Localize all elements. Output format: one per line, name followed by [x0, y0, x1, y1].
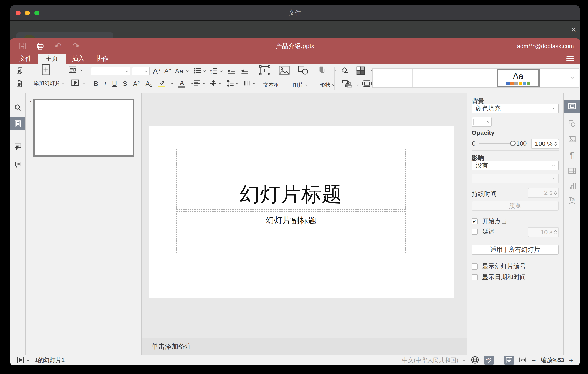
textart-settings-icon[interactable]: Ta	[564, 194, 580, 207]
notes-area[interactable]: 单击添加备注	[142, 338, 467, 355]
tab-collaboration[interactable]: 协作	[90, 54, 114, 64]
superscript-button[interactable]: A²	[133, 80, 140, 88]
increase-font-size-button[interactable]: A▲	[153, 67, 161, 76]
decrease-indent-icon[interactable]	[227, 67, 235, 75]
chevron-down-icon[interactable]	[80, 68, 83, 71]
close-icon[interactable]: ×	[568, 24, 579, 35]
paragraph-settings-icon[interactable]: ¶	[564, 149, 580, 162]
comments-icon[interactable]	[10, 140, 25, 153]
chevron-down-icon[interactable]	[253, 82, 255, 84]
bold-button[interactable]: B	[93, 80, 98, 88]
tab-file[interactable]: 文件	[13, 54, 38, 64]
start-slideshow-icon[interactable]	[71, 79, 80, 88]
title-placeholder[interactable]: 幻灯片标题	[177, 149, 406, 210]
theme-item[interactable]	[413, 69, 455, 88]
chart-settings-icon[interactable]	[564, 180, 580, 192]
columns-icon[interactable]	[243, 80, 251, 88]
spellcheck-icon[interactable]: ABC	[484, 356, 494, 365]
slides-panel-icon[interactable]	[10, 117, 25, 130]
fill-color-picker[interactable]	[472, 117, 492, 127]
insert-textbox-icon[interactable]: T	[259, 65, 271, 77]
theme-item[interactable]	[373, 69, 413, 88]
show-slide-number-checkbox[interactable]	[472, 264, 478, 270]
highlight-color-icon[interactable]	[158, 80, 165, 88]
chevron-down-icon[interactable]	[190, 82, 193, 84]
theme-item-selected[interactable]: Aa	[497, 69, 539, 88]
subtitle-placeholder[interactable]: 幻灯片副标题	[177, 211, 406, 253]
insert-shape-button[interactable]: 形状	[315, 81, 339, 88]
horizontal-align-icon[interactable]	[193, 80, 201, 88]
zoom-in-button[interactable]: +	[569, 357, 574, 364]
show-slide-number-row[interactable]: 显示幻灯片编号	[472, 262, 558, 271]
add-slide-button[interactable]: 添加幻灯片	[33, 80, 64, 87]
insert-image-icon[interactable]	[278, 65, 290, 76]
fit-to-width-icon[interactable]	[519, 357, 526, 364]
slide-canvas[interactable]: 幻灯片标题 幻灯片副标题	[149, 126, 454, 298]
tab-insert[interactable]: 插入	[66, 54, 90, 64]
chevron-down-icon[interactable]	[170, 82, 173, 84]
shape-fill-icon[interactable]	[356, 66, 366, 77]
slide-settings-icon[interactable]	[564, 100, 580, 112]
chevron-down-icon[interactable]	[27, 359, 29, 361]
start-slideshow-status-icon[interactable]	[17, 356, 24, 364]
subscript-button[interactable]: A₂	[146, 80, 153, 88]
italic-button[interactable]: I	[104, 80, 106, 88]
show-date-time-row[interactable]: 显示日期和时间	[472, 273, 558, 281]
zoom-level[interactable]: 缩放%53	[541, 356, 564, 364]
chevron-up-icon[interactable]	[463, 360, 465, 362]
numbered-list-icon[interactable]: 1 2 3	[210, 67, 218, 75]
background-fill-select[interactable]: 颜色填充	[472, 104, 558, 113]
document-language-button[interactable]: 中文(中华人民共和国)	[402, 356, 458, 364]
change-case-button[interactable]: Aa	[175, 67, 183, 75]
theme-item[interactable]	[539, 69, 566, 88]
font-color-icon[interactable]: A	[178, 80, 185, 88]
table-settings-icon[interactable]	[564, 165, 580, 177]
insert-textbox-button[interactable]: 文本框	[259, 81, 284, 88]
font-size-select[interactable]	[132, 67, 150, 75]
image-settings-icon[interactable]	[564, 133, 580, 145]
spellcheck-language-icon[interactable]	[471, 356, 479, 365]
theme-gallery-expand-button[interactable]	[566, 69, 579, 88]
theme-item[interactable]	[455, 69, 497, 88]
chevron-down-icon[interactable]	[220, 69, 222, 72]
strikethrough-button[interactable]: S	[123, 80, 127, 88]
insert-shape-icon[interactable]	[298, 65, 309, 76]
increase-indent-icon[interactable]	[241, 67, 249, 75]
start-on-click-checkbox[interactable]: ✓	[472, 218, 478, 224]
decrease-font-size-button[interactable]: A▼	[164, 67, 172, 75]
start-on-click-row[interactable]: ✓ 开始点击	[472, 217, 558, 225]
delay-checkbox[interactable]	[472, 229, 478, 235]
clear-style-icon[interactable]	[341, 67, 350, 76]
effect-select[interactable]: 没有	[472, 161, 558, 170]
search-icon[interactable]	[10, 101, 25, 114]
underline-button[interactable]: U	[112, 80, 117, 88]
copy-style-icon[interactable]	[342, 79, 350, 89]
slide-size-icon[interactable]	[362, 79, 372, 89]
line-spacing-icon[interactable]	[227, 80, 234, 88]
fit-to-slide-icon[interactable]	[504, 356, 514, 365]
vertical-align-icon[interactable]	[210, 80, 217, 88]
chevron-down-icon[interactable]	[219, 82, 221, 84]
slider-knob[interactable]	[510, 141, 516, 146]
chat-icon[interactable]	[10, 157, 25, 170]
copy-icon[interactable]	[16, 67, 23, 75]
view-settings-icon[interactable]	[566, 55, 574, 62]
slide-number-status[interactable]: 1的幻灯片1	[35, 356, 64, 364]
opacity-spinner[interactable]: 100 %	[531, 139, 559, 149]
chevron-down-icon[interactable]	[203, 69, 206, 72]
chevron-down-icon[interactable]	[186, 69, 188, 72]
chevron-down-icon[interactable]	[83, 81, 85, 84]
chevron-down-icon[interactable]	[236, 82, 238, 84]
font-name-select[interactable]	[91, 67, 130, 75]
apply-to-all-slides-button[interactable]: 适用于所有幻灯片	[472, 245, 558, 254]
show-date-time-checkbox[interactable]	[472, 274, 478, 280]
arrange-objects-icon[interactable]	[318, 66, 327, 76]
chevron-down-icon[interactable]	[203, 82, 205, 84]
bullet-list-icon[interactable]	[193, 67, 201, 75]
opacity-slider[interactable]: 0 100	[472, 140, 526, 147]
add-slide-icon[interactable]	[41, 64, 51, 77]
slide-thumbnail[interactable]	[33, 99, 134, 157]
tab-home[interactable]: 主页	[38, 54, 66, 64]
insert-image-button[interactable]: 图片	[289, 81, 311, 88]
slide-layout-icon[interactable]	[68, 66, 77, 75]
